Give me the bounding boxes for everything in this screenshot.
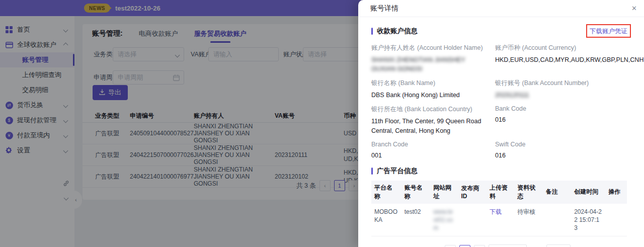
col-publisher-id: 发布商ID xyxy=(458,181,487,204)
field-value-blurred: SHANXI ZHENGTIAN JIANSHEY OUXIAN GONGSI xyxy=(371,55,487,73)
col-account-name: 账号名称 xyxy=(401,181,431,204)
section-title-text: 收款账户信息 xyxy=(377,27,418,36)
cell-action xyxy=(605,204,627,236)
field-label: 银行账号 (Bank Account Number) xyxy=(495,79,644,88)
section-title: 广告平台信息 xyxy=(371,167,418,176)
field-holder-name: 账户持有人姓名 (Account Holder Name) SHANXI ZHE… xyxy=(371,44,495,73)
drawer-title: 账号详情 xyxy=(370,4,398,13)
field-value: 016 xyxy=(495,115,644,124)
prev-page-button[interactable]: ‹ xyxy=(445,245,456,247)
download-voucher-link[interactable]: 下载账户凭证 xyxy=(590,28,627,35)
cell-website-blurred: www.test02.com xyxy=(433,208,453,231)
field-label: 账户持有人姓名 (Account Holder Name) xyxy=(371,44,487,52)
account-detail-drawer: 账号详情 ✕ 收款账户信息 下载账户凭证 账户持有人姓名 (Account Ho… xyxy=(358,0,644,247)
cell-account-name: test02 xyxy=(401,204,431,236)
col-upload-data: 上传资料 xyxy=(487,181,514,204)
page-number-1[interactable]: 1 xyxy=(459,245,470,247)
platform-pagination: 共 1 条 ‹ 1 › 10 条/页 跳至 页 xyxy=(371,244,631,247)
field-bank-account-number: 银行账号 (Bank Account Number) 2023120111 xyxy=(495,79,644,100)
field-label: 银行所在地 (Bank Location Country) xyxy=(371,105,487,114)
field-label: 银行名称 (Bank Name) xyxy=(371,79,487,88)
field-bank-name: 银行名称 (Bank Name) DBS Bank (Hong Kong) Li… xyxy=(371,79,495,100)
field-account-currency: 账户币种 (Account Currency) HKD,EUR,USD,CAD,… xyxy=(495,44,644,73)
platform-table-row: MOBOOKA test02 www.test02.com 下载 待审核 202… xyxy=(371,204,627,236)
col-platform-name: 平台名称 xyxy=(371,181,401,204)
field-label: Branch Code xyxy=(371,141,487,148)
field-value: DBS Bank (Hong Kong) Limited xyxy=(371,91,487,100)
field-label: 账户币种 (Account Currency) xyxy=(495,44,644,52)
cell-created-time: 2024-04-22 15:07:13 xyxy=(571,204,605,236)
section-bar xyxy=(371,28,373,35)
section-bar xyxy=(371,168,373,175)
download-file-link[interactable]: 下载 xyxy=(490,208,502,215)
account-fields: 账户持有人姓名 (Account Holder Name) SHANXI ZHE… xyxy=(371,44,631,166)
section-receiving-account: 收款账户信息 下载账户凭证 xyxy=(371,24,631,38)
section-ad-platform: 广告平台信息 xyxy=(371,167,631,176)
close-icon[interactable]: ✕ xyxy=(631,5,637,12)
drawer-header: 账号详情 ✕ xyxy=(358,0,644,17)
col-data-status: 资料状态 xyxy=(514,181,542,204)
field-swift-code: Swift Code 016 xyxy=(495,141,644,160)
col-remark: 备注 xyxy=(543,181,571,204)
field-branch-code: Branch Code 001 xyxy=(371,141,495,160)
field-bank-code: Bank Code 016 xyxy=(495,105,644,135)
field-label: Swift Code xyxy=(495,141,644,148)
col-action: 操作 xyxy=(605,181,627,204)
drawer-body: 收款账户信息 下载账户凭证 账户持有人姓名 (Account Holder Na… xyxy=(358,17,644,247)
next-page-button[interactable]: › xyxy=(474,245,485,247)
field-bank-location: 银行所在地 (Bank Location Country) 11th Floor… xyxy=(371,105,495,135)
field-value: 11th Floor, The Center, 99 Queen Road Ce… xyxy=(371,117,487,135)
annotation-red-box: 下载账户凭证 xyxy=(586,24,631,38)
cell-platform-name: MOBOOKA xyxy=(371,204,401,236)
platform-table-header: 平台名称 账号名称 网站网址 发布商ID 上传资料 资料状态 备注 创建时间 操… xyxy=(371,181,627,204)
field-label: Bank Code xyxy=(495,105,644,112)
cell-data-status: 待审核 xyxy=(514,204,542,236)
cell-remark xyxy=(543,204,571,236)
section-title: 收款账户信息 xyxy=(371,27,418,36)
field-value-blurred: 2023120111 xyxy=(495,91,644,100)
jump-page-input[interactable] xyxy=(546,244,571,247)
page-size-select[interactable]: 10 条/页 xyxy=(489,244,527,247)
field-value: 001 xyxy=(371,151,487,160)
field-value: 016 xyxy=(495,151,644,160)
app-root: NEWS test2022-10-26 首页 全球收款账户 xyxy=(0,0,644,247)
field-value: HKD,EUR,USD,CAD,MYR,AUD,KRW,GBP,PLN,CNH,… xyxy=(495,55,644,64)
cell-publisher-id xyxy=(458,204,487,236)
col-website: 网站网址 xyxy=(430,181,458,204)
platform-table: 平台名称 账号名称 网站网址 发布商ID 上传资料 资料状态 备注 创建时间 操… xyxy=(371,181,627,237)
col-created-time: 创建时间 xyxy=(571,181,605,204)
section-title-text: 广告平台信息 xyxy=(377,167,418,176)
